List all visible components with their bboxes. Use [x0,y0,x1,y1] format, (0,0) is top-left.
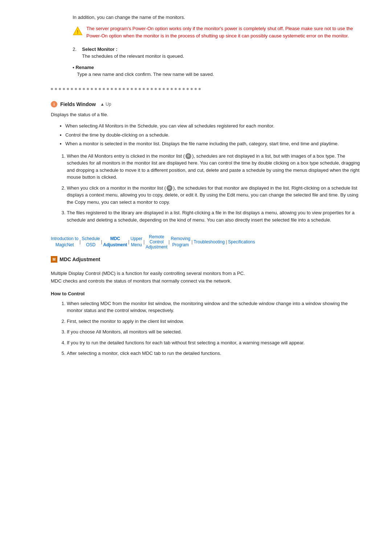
list-item: Control the time by double-clicking on a… [65,131,363,139]
mdc-title: MDC Adjustment [60,256,100,262]
fields-window-title: Fields Window [60,101,96,107]
intro-text: In addition, you can change the name of … [73,15,363,20]
nav-link-troubleshooting[interactable]: Troubleshooting [194,239,225,244]
nav-sep-4: | [143,239,144,244]
top-section: In addition, you can change the name of … [29,15,363,77]
item-number: 2. [73,46,80,52]
rename-desc: Type a new name and click confirm. The n… [77,72,363,77]
nav-bar: Introduction to MagicNet | Schedule OSD … [51,234,363,250]
warning-box: ! The server program's Power-On option w… [73,25,363,39]
nav-item-introduction[interactable]: Introduction to MagicNet [51,236,78,248]
nav-link-schedule[interactable]: Schedule [82,236,100,242]
nav-link-magicnet[interactable]: MagicNet [56,242,74,248]
list-item: After selecting a monitor, click each MD… [67,350,363,357]
list-item: When selecting All Monitors in the Sched… [65,122,363,130]
mdc-desc-1: Multiple Display Control (MDC) is a func… [51,270,363,278]
mdc-desc-2: MDC checks and controls the status of mo… [51,278,363,285]
nav-link-specifications[interactable]: Specifications [228,239,255,244]
rename-title: Rename [73,65,363,70]
item-title: Select Monitor : [82,46,118,52]
nav-sep-3: | [128,239,129,244]
nav-link-program[interactable]: Program [172,242,189,248]
nav-sep-7: | [226,239,227,244]
list-item: When a monitor is selected in the monito… [65,140,363,147]
fields-window-desc: Displays the status of a file. [51,112,363,117]
nav-link-mdc[interactable]: MDC [110,236,120,242]
nav-item-upper[interactable]: Upper Menu [130,236,142,248]
nav-link-control[interactable]: Control [150,239,164,244]
nav-link-menu[interactable]: Menu [131,242,142,248]
nav-link-upper[interactable]: Upper [130,236,142,242]
list-item: If you choose All Monitors, all monitors… [67,328,363,336]
nav-item-schedule[interactable]: Schedule OSD [82,236,100,248]
dotted-divider [51,88,363,90]
nav-link-removing[interactable]: Removing [171,236,190,242]
list-item: When you click on a monitor in the monit… [67,185,363,206]
nav-sep-5: | [168,239,170,244]
warning-text: The server program's Power-On option wor… [86,25,363,39]
fields-window-header: i Fields Window ▲ Up [51,101,363,108]
list-item: First, select the monitor to apply in th… [67,318,363,325]
mdc-header: M MDC Adjustment [51,256,363,263]
list-item: When selecting MDC from the monitor list… [67,300,363,314]
monitor-icon-1: ⊙ [185,153,191,159]
monitor-icon-2: ⊙ [167,185,172,191]
nav-item-removing[interactable]: Removing Program [171,236,190,248]
item-desc: The schedules of the relevant monitor is… [82,53,363,59]
mdc-icon: M [51,256,57,263]
nav-link-introduction[interactable]: Introduction to [51,236,78,242]
nav-sep-2: | [101,239,102,244]
fields-bullet-list: When selecting All Monitors in the Sched… [58,122,363,147]
nav-item-remote[interactable]: Remote Control Adjustment [146,234,167,250]
list-item: When the All Monitors entry is clicked i… [67,153,363,181]
mdc-body: Multiple Display Control (MDC) is a func… [51,270,363,285]
mdc-section: M MDC Adjustment Multiple Display Contro… [29,256,363,357]
rename-item: Rename Type a new name and click confirm… [73,65,363,77]
nav-link-osd[interactable]: OSD [86,242,95,248]
nav-sep-6: | [191,239,192,244]
nav-item-mdc[interactable]: MDC Adjustment [103,236,127,248]
svg-text:M: M [53,258,56,262]
nav-link-adjustment[interactable]: Adjustment [103,242,127,248]
nav-link-control-adjustment[interactable]: Adjustment [146,244,167,250]
fields-window-icon: i [51,101,57,108]
select-monitor-item: 2. Select Monitor : The schedules of the… [73,46,363,59]
list-item: If you try to run the detailed functions… [67,339,363,347]
up-link[interactable]: ▲ Up [100,102,111,107]
warning-icon: ! [73,26,83,36]
how-to-control-heading: How to Control [51,291,363,296]
fields-window-section: i Fields Window ▲ Up Displays the status… [29,101,363,223]
fields-numbered-list: When the All Monitors entry is clicked i… [58,153,363,224]
mdc-steps-list: When selecting MDC from the monitor list… [58,300,363,357]
nav-sep-1: | [79,239,81,244]
list-item: The files registered to the library are … [67,209,363,223]
nav-link-remote[interactable]: Remote [149,234,164,239]
svg-text:!: ! [77,29,79,35]
